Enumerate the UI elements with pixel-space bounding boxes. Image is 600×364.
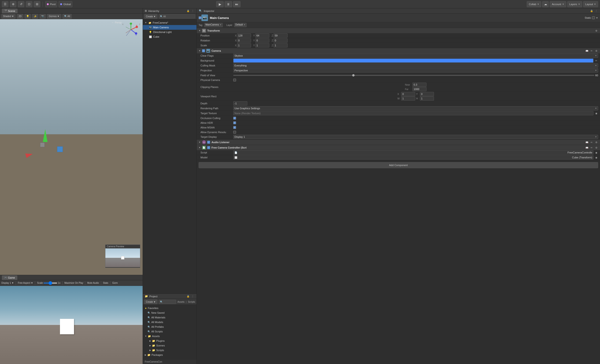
rot-x-input[interactable] — [237, 38, 251, 43]
vp-w-input[interactable] — [401, 96, 415, 100]
all-scripts-item[interactable]: 🔍 All Scripts — [143, 329, 197, 334]
scenes-item[interactable]: ▶ 📁 Scenes — [143, 343, 197, 348]
hierarchy-directional-light-item[interactable]: 💡 Directional Light — [143, 30, 197, 34]
scale-z-input[interactable] — [273, 43, 288, 47]
project-more-icon[interactable]: ⋮ — [191, 294, 195, 298]
plugins-item[interactable]: ▶ 📁 Plugins — [143, 338, 197, 343]
step-button[interactable]: ⏭ — [233, 1, 241, 7]
rect-icon-btn[interactable]: ⊡ — [26, 1, 32, 7]
undo-icon-btn[interactable]: ↺ — [18, 1, 24, 7]
rendering-path-dropdown[interactable]: Use Graphics Settings ▼ — [233, 106, 598, 110]
audio-listener-header[interactable]: ▼ ● ✓ Audio Listener 📖 ✏ ⚙ — [197, 140, 600, 145]
audio-listener-edit-icon[interactable]: ✏ — [590, 140, 593, 144]
allow-dynamic-checkbox[interactable] — [233, 131, 236, 134]
culling-mask-dropdown[interactable]: Everything ▼ — [233, 64, 598, 68]
pos-y-input[interactable] — [255, 33, 269, 38]
model-circle-icon[interactable]: ◉ — [594, 155, 598, 159]
transform-header[interactable]: ▼ ⊞ Transform ⚙ — [197, 28, 600, 33]
camera-settings-icon[interactable]: ⚙ — [594, 49, 598, 53]
tag-dropdown[interactable]: MainCamera ▼ — [204, 23, 223, 27]
projection-dropdown[interactable]: Perspective ▼ — [233, 68, 598, 73]
stats-btn[interactable]: Stats — [103, 282, 108, 284]
account-dropdown[interactable]: Account ▼ — [550, 1, 566, 7]
scale-group[interactable]: Scale 1x — [37, 282, 60, 284]
maximize-btn[interactable]: Maximize On Play — [64, 282, 83, 284]
shading-btn[interactable]: Shaded ▼ — [1, 14, 15, 19]
inspector-more-icon[interactable]: ⋮ — [594, 9, 598, 13]
fx-btn[interactable]: ✨ — [32, 14, 38, 19]
scale-y-input[interactable] — [255, 43, 269, 47]
transform-icon-btn[interactable]: ⊞ — [34, 1, 40, 7]
vp-h-input[interactable] — [420, 96, 434, 100]
camera-header[interactable]: ▼ ✓ 📷 Camera 📖 ✏ ⚙ — [197, 48, 600, 53]
transform-settings-icon[interactable]: ⚙ — [594, 29, 598, 33]
project-assets-btn[interactable]: Assets — [178, 300, 185, 303]
all-materials-item[interactable]: 🔍 All Materials — [143, 315, 197, 320]
hierarchy-create-btn[interactable]: Create ▼ — [144, 14, 157, 19]
rot-z-input[interactable] — [273, 38, 288, 43]
add-component-button[interactable]: Add Component — [199, 162, 598, 168]
physical-camera-checkbox[interactable] — [233, 79, 236, 82]
favorites-header[interactable]: ★ Favorites — [143, 306, 197, 310]
pos-x-input[interactable] — [237, 33, 251, 38]
scene-tab[interactable]: 🎬 Scene — [2, 9, 18, 13]
display-dropdown[interactable]: Display 1 ▼ — [1, 282, 14, 284]
target-display-dropdown[interactable]: Display 1 ▼ — [233, 135, 598, 139]
background-edit-icon[interactable]: ✏ — [594, 59, 598, 63]
hierarchy-more-icon[interactable]: ⋮ — [191, 9, 195, 13]
project-scripts-btn[interactable]: Scripts — [188, 300, 195, 303]
static-dropdown-arrow[interactable]: ▼ — [596, 17, 598, 19]
hierarchy-lock-icon[interactable]: 🔒 — [186, 9, 190, 13]
vp-x-input[interactable] — [401, 92, 415, 96]
gizmos-btn[interactable]: Gizmos ▼ — [47, 14, 61, 19]
pause-button[interactable]: ⏸ — [225, 1, 232, 7]
game-tab[interactable]: 🎮 Game — [2, 275, 17, 280]
scale-slider[interactable] — [43, 282, 57, 283]
clear-flags-dropdown[interactable]: Skybox ▼ — [233, 54, 598, 58]
free-cam-settings-icon[interactable]: ⚙ — [594, 146, 598, 149]
background-color-swatch[interactable] — [233, 58, 593, 63]
script-circle-icon[interactable]: ◉ — [594, 151, 598, 155]
free-camera-controller-header[interactable]: ▼ 📄 ✓ Free Camera Controller (Scri 📖 ✏ ⚙ — [197, 145, 600, 150]
hierarchy-root-item[interactable]: ▼ 📁 FreeCamera* — [143, 20, 197, 25]
target-texture-dropdown[interactable]: None (Render Texture) — [233, 111, 593, 115]
collab-dropdown[interactable]: Collab ▼ — [527, 1, 541, 7]
static-checkbox[interactable] — [592, 16, 595, 19]
audio-listener-check[interactable]: ✓ — [207, 141, 210, 144]
rot-y-input[interactable] — [255, 38, 269, 43]
free-cam-check[interactable]: ✓ — [207, 146, 210, 149]
camera-edit-icon[interactable]: ✏ — [590, 49, 593, 53]
gizmos-game-btn[interactable]: Gizm — [112, 282, 118, 284]
scene-cam-btn[interactable]: 📷 — [40, 14, 46, 19]
pivot-group[interactable]: Pivot — [45, 1, 57, 7]
far-input[interactable] — [412, 87, 426, 91]
cloud-icon-btn[interactable]: ☁ — [542, 1, 549, 7]
audio-listener-settings-icon[interactable]: ⚙ — [594, 140, 598, 144]
depth-input[interactable] — [233, 101, 247, 106]
project-search-box[interactable]: 🔍 — [159, 300, 176, 304]
camera-book-icon[interactable]: 📖 — [585, 49, 589, 53]
allow-msaa-checkbox[interactable]: ✓ — [233, 126, 236, 129]
occlusion-culling-checkbox[interactable]: ✓ — [233, 117, 236, 119]
near-input[interactable] — [412, 82, 426, 87]
inspector-lock-icon[interactable]: 🔒 — [590, 9, 593, 13]
layout-dropdown[interactable]: Layout ▼ — [583, 1, 598, 7]
fov-slider[interactable] — [233, 75, 594, 76]
allow-hdr-checkbox[interactable]: ✓ — [233, 121, 236, 124]
model-dropdown[interactable]: ⬜ Cube (Transform) — [233, 155, 593, 160]
new-saved-item[interactable]: 🔍 New Saved — [143, 310, 197, 315]
packages-item[interactable]: ▶ 📁 Packages — [143, 353, 197, 357]
all-btn[interactable]: 🔍 All — [63, 14, 72, 19]
free-cam-book-icon[interactable]: 📖 — [585, 146, 589, 149]
free-cam-edit-icon[interactable]: ✏ — [590, 146, 593, 149]
target-texture-circle-icon[interactable]: ◉ — [594, 111, 598, 115]
hierarchy-cube-item[interactable]: ⬜ Cube — [143, 34, 197, 39]
all-prefabs-item[interactable]: 🔍 All Prefabs — [143, 325, 197, 329]
pos-z-input[interactable] — [273, 33, 288, 38]
2d-btn[interactable]: 2D — [17, 14, 23, 19]
layers-dropdown[interactable]: Layers ▼ — [567, 1, 582, 7]
aspect-dropdown[interactable]: Free Aspect ▼ — [18, 282, 33, 284]
mute-btn[interactable]: Mute Audio — [87, 282, 99, 284]
camera-check-icon[interactable]: ✓ — [202, 49, 205, 52]
all-models-item[interactable]: 🔍 All Models — [143, 320, 197, 325]
